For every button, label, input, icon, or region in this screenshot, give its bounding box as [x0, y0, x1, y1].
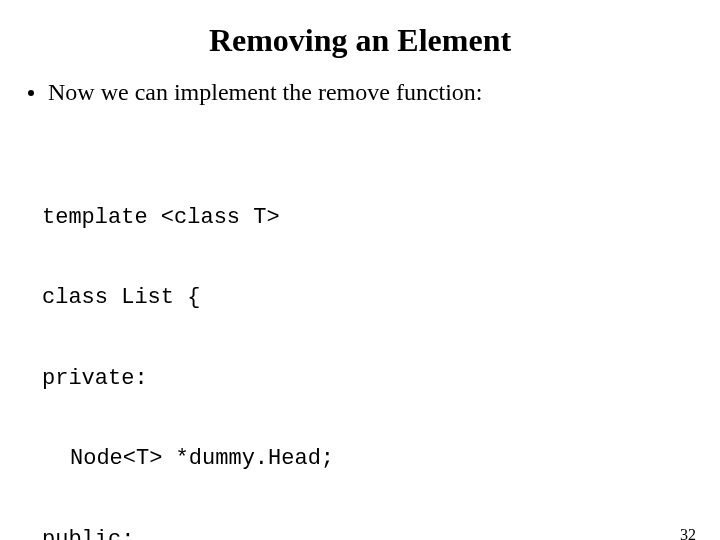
page-number: 32: [680, 526, 696, 540]
code-line: class List {: [42, 285, 720, 312]
code-line: public:: [42, 527, 720, 540]
slide-title: Removing an Element: [0, 22, 720, 59]
slide: Removing an Element Now we can implement…: [0, 22, 720, 540]
code-line: Node<T> *dummy.Head;: [42, 446, 720, 473]
code-line: template <class T>: [42, 205, 720, 232]
bullet-item: Now we can implement the remove function…: [28, 77, 692, 107]
code-line: private:: [42, 366, 720, 393]
bullet-dot-icon: [28, 90, 34, 96]
bullet-text: Now we can implement the remove function…: [48, 77, 483, 107]
code-block: template <class T> class List { private:…: [42, 151, 720, 540]
